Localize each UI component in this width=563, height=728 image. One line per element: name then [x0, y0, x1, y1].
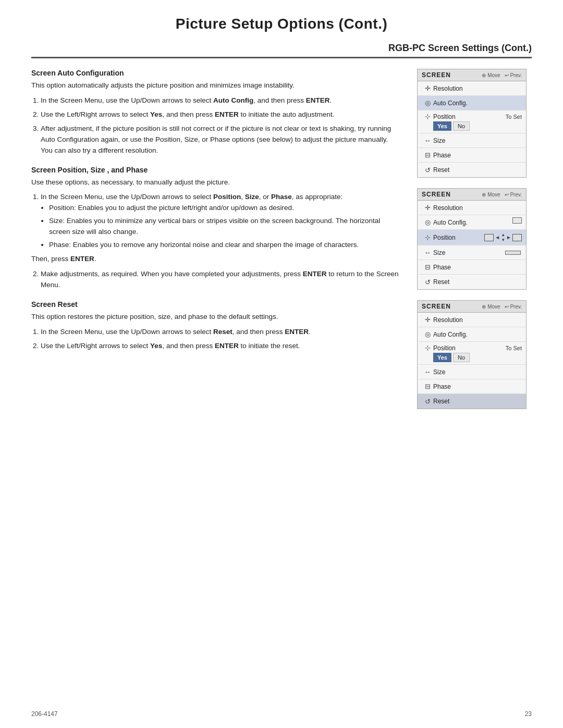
widget2-hint-prev: ↩ Prev. — [505, 192, 522, 198]
widget3-row-phase: ⊟ Phase — [418, 379, 526, 394]
phase-icon-3: ⊟ — [422, 382, 433, 390]
widget2-hint-move: ⊕ Move — [482, 192, 500, 198]
widget3-row-autoconfig: ◎ Auto Config. — [418, 327, 526, 342]
pos-right-box — [512, 234, 522, 241]
autoconfig-label-2: Auto Config. — [433, 219, 522, 226]
resolution-label: Resolution — [433, 85, 522, 92]
page-footer: 206-4147 23 — [31, 710, 532, 718]
body-position-step2: Make adjustments, as required. When you … — [31, 269, 401, 291]
widget2-row-reset: ↺ Reset — [418, 275, 526, 289]
widget2-row-position: ⊹ Position ◄ ▲ ▼ ► — [418, 230, 526, 245]
footer-right: 23 — [525, 710, 532, 718]
screen-widget-1: SCREEN ⊕ Move ↩ Prev. ✛ Resolution ◎ Aut… — [417, 69, 527, 178]
phase-label-1: Phase — [433, 152, 522, 159]
left-column: Screen Auto Configuration This option au… — [31, 69, 401, 409]
autoconfig-box — [512, 217, 522, 224]
widget3-row-size: ↔ Size — [418, 365, 526, 379]
widget1-row-position: ⊹ Position To Set Yes No — [418, 110, 526, 133]
reset-label-1: Reset — [433, 166, 522, 174]
reset-label-2: Reset — [433, 278, 522, 286]
widget1-header: SCREEN ⊕ Move ↩ Prev. — [418, 69, 526, 81]
subsection-heading-reset: Screen Reset — [31, 300, 401, 309]
position-yes-btn-1[interactable]: Yes — [433, 121, 451, 131]
widget3-row-position: ⊹ Position To Set Yes No — [418, 342, 526, 365]
widget2-row-autoconfig: ◎ Auto Config. — [418, 215, 526, 230]
page-header: Picture Setup Options (Cont.) — [0, 0, 563, 38]
position-no-btn-3[interactable]: No — [453, 353, 470, 362]
widget2-row-phase: ⊟ Phase — [418, 260, 526, 275]
pos-right-arrow: ► — [506, 235, 511, 240]
body-auto-config-intro: This option automatically adjusts the pi… — [31, 80, 401, 91]
resolution-label-2: Resolution — [433, 204, 522, 212]
widget1-row-size: ↔ Size — [418, 133, 526, 148]
section-divider — [31, 57, 532, 58]
size-label-1: Size — [433, 137, 522, 144]
resolution-label-3: Resolution — [433, 316, 522, 324]
widget3-title: SCREEN — [422, 303, 451, 310]
phase-label-2: Phase — [433, 264, 522, 271]
body-reset-steps: In the Screen Menu, use the Up/Down arro… — [31, 327, 401, 352]
pos-up-arrow: ▲ — [501, 232, 505, 237]
widget2-hints: ⊕ Move ↩ Prev. — [482, 192, 522, 198]
body-position-steps: In the Screen Menu, use the Up/Down arro… — [31, 192, 401, 265]
pos-down-arrow: ▼ — [501, 238, 505, 242]
size-icon-2: ↔ — [422, 249, 433, 256]
size-bar — [505, 251, 521, 255]
resolution-icon-3: ✛ — [422, 316, 433, 324]
resolution-icon: ✛ — [422, 84, 433, 92]
widget2-row-resolution: ✛ Resolution — [418, 201, 526, 215]
widget1-row-autoconfig: ◎ Auto Config. — [418, 96, 526, 110]
position-label-2: Position — [433, 234, 484, 241]
position-icon-2: ⊹ — [422, 233, 433, 241]
widget1-hint-prev: ↩ Prev. — [505, 72, 522, 78]
autoconfig-icon-3: ◎ — [422, 330, 433, 338]
widget1-row-reset: ↺ Reset — [418, 163, 526, 177]
subsection-heading-position: Screen Position, Size , and Phase — [31, 166, 401, 174]
body-position-intro: Use these options, as necessary, to manu… — [31, 177, 401, 188]
position-value-1: To Set — [506, 114, 522, 120]
reset-label-3: Reset — [433, 398, 522, 405]
screen-widget-2: SCREEN ⊕ Move ↩ Prev. ✛ Resolution ◎ Aut… — [417, 188, 527, 290]
autoconfig-label-3: Auto Config. — [433, 331, 522, 338]
position-label-3: Position — [433, 344, 506, 352]
size-label-3: Size — [433, 368, 522, 376]
widget3-row-reset: ↺ Reset — [418, 394, 526, 409]
phase-label-3: Phase — [433, 383, 522, 390]
reset-icon-1: ↺ — [422, 166, 433, 174]
subsection-heading-auto-config: Screen Auto Configuration — [31, 69, 401, 77]
position-icon-3: ⊹ — [422, 344, 433, 352]
widget3-header: SCREEN ⊕ Move ↩ Prev. — [418, 301, 526, 313]
section-title: RGB-PC Screen Settings (Cont.) — [0, 38, 563, 57]
right-column: SCREEN ⊕ Move ↩ Prev. ✛ Resolution ◎ Aut… — [417, 69, 532, 409]
position-no-btn-1[interactable]: No — [453, 121, 470, 131]
size-icon-3: ↔ — [422, 368, 433, 376]
page-title: Picture Setup Options (Cont.) — [31, 16, 532, 32]
pos-left-arrow: ◄ — [495, 235, 500, 240]
pos-updown-arrows: ▲ ▼ — [501, 232, 505, 242]
position-arrows: ◄ ▲ ▼ ► — [484, 232, 522, 242]
widget3-hint-move: ⊕ Move — [482, 304, 500, 310]
widget2-row-size: ↔ Size — [418, 245, 526, 260]
phase-icon-2: ⊟ — [422, 263, 433, 271]
position-yes-btn-3[interactable]: Yes — [433, 353, 451, 362]
widget3-row-resolution: ✛ Resolution — [418, 313, 526, 327]
widget2-title: SCREEN — [422, 191, 451, 198]
autoconfig-icon-2: ◎ — [422, 218, 433, 226]
screen-widget-3: SCREEN ⊕ Move ↩ Prev. ✛ Resolution ◎ Aut… — [417, 300, 527, 409]
content-area: Screen Auto Configuration This option au… — [0, 69, 563, 409]
autoconfig-label: Auto Config. — [433, 100, 522, 107]
pos-left-box — [484, 234, 494, 241]
widget1-title: SCREEN — [422, 71, 451, 79]
widget3-hints: ⊕ Move ↩ Prev. — [482, 304, 522, 310]
widget1-hint-move: ⊕ Move — [482, 72, 500, 78]
body-reset-intro: This option restores the picture positio… — [31, 312, 401, 323]
footer-left: 206-4147 — [31, 710, 58, 718]
body-auto-config-steps: In the Screen Menu, use the Up/Down arro… — [31, 95, 401, 156]
phase-icon-1: ⊟ — [422, 151, 433, 159]
size-icon-1: ↔ — [422, 137, 433, 144]
widget1-row-phase: ⊟ Phase — [418, 148, 526, 163]
widget2-header: SCREEN ⊕ Move ↩ Prev. — [418, 189, 526, 201]
position-value-3: To Set — [506, 345, 522, 351]
position-label-1: Position — [433, 113, 506, 120]
reset-icon-3: ↺ — [422, 398, 433, 405]
